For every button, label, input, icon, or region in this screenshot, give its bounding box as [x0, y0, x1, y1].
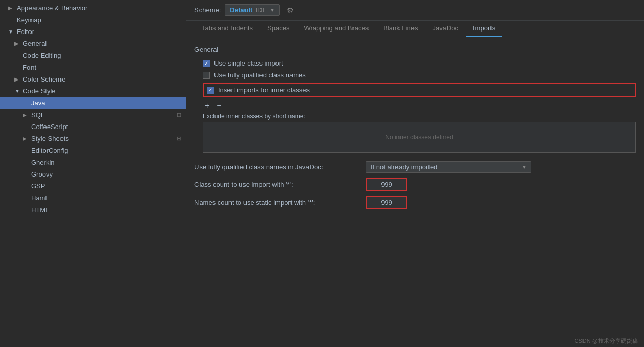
sidebar-item-editorconfig[interactable]: EditorConfig [0, 145, 186, 156]
sidebar-item-haml[interactable]: Haml [0, 192, 186, 204]
inner-classes-section: + − Exclude inner classes by short name:… [203, 101, 636, 153]
arrow-placeholder [14, 65, 21, 70]
checkbox-insert-imports-inner[interactable] [207, 87, 214, 94]
sidebar-item-gsp[interactable]: GSP [0, 180, 186, 192]
scheme-dropdown[interactable]: Default IDE ▼ [225, 4, 280, 16]
sidebar-item-html[interactable]: HTML [0, 204, 186, 216]
checkbox-row-insert-imports[interactable]: Insert imports for inner classes [203, 83, 636, 97]
sidebar-item-coffeescript[interactable]: CoffeeScript [0, 121, 186, 133]
sidebar-item-label: CoffeeScript [31, 123, 68, 131]
checkbox-label-fully-qualified: Use fully qualified class names [214, 71, 306, 79]
sidebar-item-keymap[interactable]: Keymap [0, 14, 186, 26]
javadoc-dropdown-value: If not already imported [371, 163, 518, 171]
arrow-icon: ▼ [8, 29, 14, 35]
arrow-placeholder [23, 207, 29, 213]
sidebar-item-label: Editor [17, 28, 34, 36]
class-count-input[interactable] [366, 178, 407, 191]
sidebar-item-font[interactable]: Font [0, 61, 186, 73]
arrow-placeholder [23, 148, 29, 153]
settings-icon: ⊞ [177, 112, 181, 118]
checkbox-row-single-class: Use single class import [194, 59, 636, 67]
sidebar-item-label: Appearance & Behavior [17, 4, 87, 12]
tab-blank-lines[interactable]: Blank Lines [376, 21, 425, 37]
sidebar-item-label: EditorConfig [31, 147, 68, 154]
chevron-down-icon: ▼ [270, 7, 275, 13]
sidebar-item-code-editing[interactable]: Code Editing [0, 50, 186, 61]
sidebar: ▶ Appearance & Behavior Keymap ▼ Editor … [0, 0, 186, 347]
scheme-ide: IDE [255, 6, 267, 14]
sidebar-item-label: Font [23, 64, 36, 71]
exclude-inner-label: Exclude inner classes by short name: [203, 113, 636, 120]
content-area: Scheme: Default IDE ▼ ⚙ Tabs and Indents… [186, 0, 644, 347]
sidebar-item-label: Color Scheme [23, 75, 65, 83]
sidebar-item-editor[interactable]: ▼ Editor [0, 26, 186, 38]
chevron-down-icon: ▼ [522, 164, 527, 170]
sidebar-item-appearance[interactable]: ▶ Appearance & Behavior [0, 2, 186, 14]
sidebar-item-label: Haml [31, 194, 47, 202]
sidebar-item-label: Code Style [23, 87, 56, 95]
class-count-row: Class count to use import with '*': [194, 178, 636, 191]
sidebar-item-gherkin[interactable]: Gherkin [0, 156, 186, 168]
sidebar-item-label: Keymap [17, 16, 41, 24]
arrow-placeholder [23, 160, 29, 165]
arrow-icon: ▶ [14, 41, 21, 46]
tab-imports[interactable]: Imports [466, 21, 502, 37]
checkbox-fully-qualified[interactable] [203, 72, 210, 79]
sidebar-item-general[interactable]: ▶ General [0, 38, 186, 50]
sidebar-item-label: Gherkin [31, 159, 55, 166]
bottom-bar: CSDN @技术分享硬货稿 [186, 335, 644, 347]
tab-javadoc[interactable]: JavaDoc [425, 21, 466, 37]
sidebar-item-label: General [23, 40, 47, 48]
remove-inner-class-button[interactable]: − [214, 101, 223, 111]
arrow-icon: ▶ [23, 112, 29, 118]
javadoc-row: Use fully qualified class names in JavaD… [194, 161, 636, 173]
scheme-name: Default [229, 6, 252, 14]
sidebar-item-label: Groovy [31, 170, 53, 178]
arrow-placeholder [8, 17, 14, 23]
names-count-input[interactable] [366, 196, 407, 209]
checkbox-single-class-import[interactable] [203, 60, 210, 67]
sidebar-item-code-style[interactable]: ▼ Code Style [0, 85, 186, 97]
names-count-label: Names count to use static import with '*… [194, 199, 360, 207]
arrow-icon: ▶ [8, 5, 14, 11]
sidebar-item-label: SQL [31, 111, 44, 119]
checkbox-label-single-class: Use single class import [214, 59, 283, 67]
arrow-icon: ▼ [14, 88, 21, 94]
sidebar-item-groovy[interactable]: Groovy [0, 168, 186, 180]
arrow-placeholder [23, 171, 29, 177]
arrow-placeholder [23, 183, 29, 189]
javadoc-label: Use fully qualified class names in JavaD… [194, 163, 360, 171]
sidebar-item-label: Code Editing [23, 52, 61, 59]
sidebar-item-label: Java [31, 99, 45, 107]
no-inner-classes-label: No inner classes defined [385, 134, 453, 141]
class-count-label: Class count to use import with '*': [194, 181, 360, 188]
inner-toolbar: + − [203, 101, 636, 111]
section-title: General [194, 45, 636, 53]
sidebar-item-label: Style Sheets [31, 135, 69, 143]
arrow-placeholder [14, 53, 21, 58]
arrow-icon: ▶ [23, 136, 29, 141]
sidebar-item-label: GSP [31, 182, 45, 190]
inner-class-list: No inner classes defined [203, 122, 636, 153]
checkbox-label-insert-imports: Insert imports for inner classes [218, 86, 310, 94]
gear-button[interactable]: ⚙ [284, 5, 297, 15]
arrow-placeholder [23, 124, 29, 130]
scheme-label: Scheme: [194, 6, 221, 14]
names-count-row: Names count to use static import with '*… [194, 196, 636, 209]
checkbox-row-fully-qualified: Use fully qualified class names [194, 71, 636, 79]
arrow-placeholder [23, 195, 29, 201]
sidebar-item-sql[interactable]: ▶ SQL ⊞ [0, 109, 186, 121]
tab-tabs-indents[interactable]: Tabs and Indents [194, 21, 260, 37]
tab-wrapping-braces[interactable]: Wrapping and Braces [297, 21, 376, 37]
sidebar-item-color-scheme[interactable]: ▶ Color Scheme [0, 73, 186, 85]
tab-spaces[interactable]: Spaces [260, 21, 297, 37]
add-inner-class-button[interactable]: + [203, 101, 211, 111]
tabs-bar: Tabs and Indents Spaces Wrapping and Bra… [186, 21, 644, 37]
settings-icon: ⊞ [177, 135, 181, 142]
scheme-bar: Scheme: Default IDE ▼ ⚙ [186, 0, 644, 21]
arrow-placeholder [23, 100, 29, 106]
javadoc-dropdown[interactable]: If not already imported ▼ [366, 161, 531, 173]
arrow-icon: ▶ [14, 76, 21, 82]
sidebar-item-style-sheets[interactable]: ▶ Style Sheets ⊞ [0, 133, 186, 145]
sidebar-item-java[interactable]: Java [0, 97, 186, 109]
